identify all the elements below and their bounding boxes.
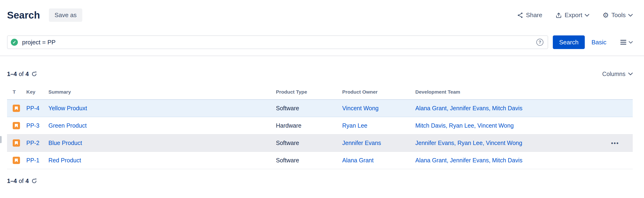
- dev-team-links[interactable]: Mitch Davis, Ryan Lee, Vincent Wong: [415, 122, 598, 129]
- share-button[interactable]: Share: [517, 11, 542, 19]
- count-total: 4: [26, 71, 29, 77]
- count-range: 1–4: [7, 71, 17, 77]
- share-label: Share: [526, 11, 542, 19]
- columns-label: Columns: [602, 71, 626, 77]
- issue-key-link[interactable]: PP-3: [26, 122, 48, 129]
- help-icon[interactable]: ?: [536, 39, 544, 46]
- col-header-product-type[interactable]: Product Type: [276, 89, 342, 95]
- share-icon: [517, 12, 524, 18]
- results-count-bottom: 1–4 of 4: [7, 178, 633, 185]
- product-type-cell: Hardware: [276, 122, 342, 129]
- dev-team-links[interactable]: Alana Grant, Jennifer Evans, Mitch Davis: [415, 157, 598, 164]
- tools-label: Tools: [611, 11, 626, 19]
- count-of: of: [19, 178, 24, 185]
- count-of: of: [19, 71, 24, 77]
- bookmark-glyph: [15, 141, 18, 145]
- issue-type-icon[interactable]: [13, 122, 20, 129]
- refresh-button[interactable]: [31, 178, 37, 184]
- issue-search-page: Search Save as Share: [0, 8, 644, 185]
- chevron-down-icon: [585, 14, 589, 17]
- export-label: Export: [564, 11, 582, 19]
- jql-input[interactable]: [22, 38, 536, 46]
- table-header-row: T Key Summary Product Type Product Owner…: [7, 85, 633, 100]
- product-type-cell: Software: [276, 140, 342, 146]
- product-type-cell: Software: [276, 105, 342, 112]
- chevron-down-icon: [629, 41, 633, 44]
- table-row[interactable]: PP-3 Green Product Hardware Ryan Lee Mit…: [7, 117, 633, 134]
- results-bar: 1–4 of 4 Columns: [7, 70, 633, 78]
- col-header-key[interactable]: Key: [26, 89, 48, 95]
- columns-button[interactable]: Columns: [602, 71, 633, 77]
- issue-key-link[interactable]: PP-2: [26, 140, 48, 146]
- issue-type-icon[interactable]: [13, 139, 20, 147]
- issue-type-icon[interactable]: [13, 157, 20, 164]
- col-header-product-owner[interactable]: Product Owner: [342, 89, 415, 95]
- gear-icon: ⚙: [602, 12, 609, 19]
- jql-valid-icon: ✓: [11, 39, 18, 46]
- jql-input-wrapper[interactable]: ✓ ?: [7, 35, 548, 49]
- issue-type-icon[interactable]: [13, 105, 20, 112]
- export-button[interactable]: Export: [556, 11, 589, 19]
- refresh-icon: [31, 178, 37, 184]
- bookmark-glyph: [15, 159, 18, 162]
- table-row[interactable]: PP-1 Red Product Software Alana Grant Al…: [7, 152, 633, 169]
- row-actions-button[interactable]: •••: [609, 140, 621, 146]
- section-divider: [0, 56, 644, 56]
- table-row[interactable]: PP-4 Yellow Produxt Software Vincent Won…: [7, 100, 633, 117]
- page-title: Search: [7, 10, 40, 21]
- table-row[interactable]: PP-2 Blue Product Software Jennifer Evan…: [7, 134, 633, 152]
- col-header-summary[interactable]: Summary: [48, 89, 276, 95]
- results-count-top: 1–4 of 4: [7, 71, 37, 77]
- hamburger-icon: [620, 40, 626, 45]
- issue-key-link[interactable]: PP-4: [26, 105, 48, 112]
- save-as-button[interactable]: Save as: [49, 8, 82, 22]
- view-switcher-button[interactable]: [620, 40, 633, 45]
- search-button[interactable]: Search: [553, 35, 585, 49]
- basic-mode-link[interactable]: Basic: [591, 39, 606, 46]
- product-owner-link[interactable]: Vincent Wong: [342, 105, 415, 112]
- product-owner-link[interactable]: Ryan Lee: [342, 122, 415, 129]
- refresh-icon: [31, 71, 37, 77]
- refresh-button[interactable]: [31, 71, 37, 77]
- count-total: 4: [26, 178, 29, 185]
- count-range: 1–4: [7, 178, 17, 185]
- col-header-development-team[interactable]: Development Team: [415, 89, 598, 95]
- row-drag-handle[interactable]: [0, 136, 2, 143]
- product-owner-link[interactable]: Alana Grant: [342, 157, 415, 164]
- tools-button[interactable]: ⚙ Tools: [602, 11, 633, 19]
- issue-summary-link[interactable]: Green Product: [48, 122, 276, 129]
- export-icon: [556, 12, 562, 18]
- issue-summary-link[interactable]: Yellow Produxt: [48, 105, 276, 112]
- product-owner-link[interactable]: Jennifer Evans: [342, 140, 415, 146]
- col-header-type[interactable]: T: [7, 89, 26, 95]
- bookmark-glyph: [15, 107, 18, 110]
- issue-key-link[interactable]: PP-1: [26, 157, 48, 164]
- dev-team-links[interactable]: Alana Grant, Jennifer Evans, Mitch Davis: [415, 105, 598, 112]
- issue-summary-link[interactable]: Blue Product: [48, 140, 276, 146]
- bookmark-glyph: [15, 124, 18, 128]
- jql-search-bar: ✓ ? Search Basic: [7, 35, 633, 49]
- page-header: Search Save as Share: [7, 8, 633, 22]
- chevron-down-icon: [628, 72, 633, 75]
- chevron-down-icon: [628, 14, 633, 17]
- dev-team-links[interactable]: Jennifer Evans, Ryan Lee, Vincent Wong: [415, 140, 598, 146]
- issue-summary-link[interactable]: Red Product: [48, 157, 276, 164]
- results-table: T Key Summary Product Type Product Owner…: [7, 85, 633, 169]
- product-type-cell: Software: [276, 157, 342, 164]
